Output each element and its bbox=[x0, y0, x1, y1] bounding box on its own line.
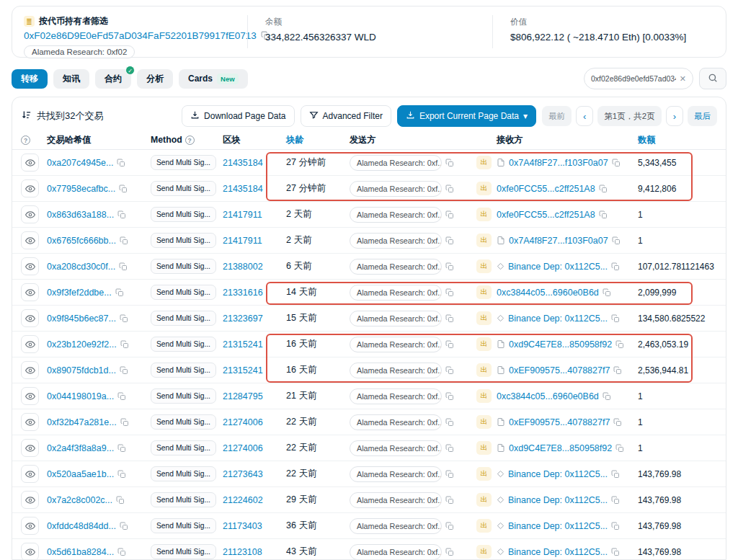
copy-from-icon[interactable] bbox=[445, 314, 454, 323]
export-page-data-button[interactable]: Export Current Page Data ▾ bbox=[397, 105, 536, 127]
tab-transfers[interactable]: 转移 bbox=[12, 69, 48, 89]
page-last-button[interactable]: 最后 bbox=[688, 106, 717, 126]
tab-analytics[interactable]: 分析 bbox=[137, 69, 173, 89]
copy-from-icon[interactable] bbox=[445, 159, 454, 167]
block-link[interactable]: 21284795 bbox=[223, 391, 263, 401]
copy-hash-icon[interactable] bbox=[120, 366, 128, 375]
method-badge[interactable]: Send Multi Sig... bbox=[151, 414, 216, 430]
view-tx-details-button[interactable] bbox=[21, 543, 39, 560]
copy-to-icon[interactable] bbox=[611, 314, 620, 323]
to-address-link[interactable]: 0xc3844c05...6960e0B6d bbox=[497, 391, 599, 401]
page-prev-button[interactable]: ‹ bbox=[576, 106, 593, 126]
tx-hash-link[interactable]: 0x044198019a... bbox=[47, 391, 114, 401]
copy-from-icon[interactable] bbox=[445, 548, 454, 556]
copy-to-icon[interactable] bbox=[611, 470, 620, 479]
view-tx-details-button[interactable] bbox=[21, 231, 39, 249]
block-link[interactable]: 21417911 bbox=[223, 210, 262, 220]
from-address-pill[interactable]: Alameda Research: 0xf... bbox=[350, 544, 442, 560]
from-address-pill[interactable]: Alameda Research: 0xf... bbox=[350, 492, 442, 508]
copy-to-icon[interactable] bbox=[611, 262, 620, 271]
block-link[interactable]: 21315241 bbox=[223, 365, 263, 375]
copy-hash-icon[interactable] bbox=[115, 288, 124, 297]
method-badge[interactable]: Send Multi Sig... bbox=[151, 155, 216, 170]
tx-hash-link[interactable]: 0xa207c4945e... bbox=[47, 158, 113, 168]
from-address-pill[interactable]: Alameda Research: 0xf... bbox=[350, 363, 442, 378]
view-tx-details-button[interactable] bbox=[21, 439, 39, 457]
view-tx-details-button[interactable] bbox=[21, 309, 39, 327]
to-address-link[interactable]: Binance Dep: 0x112C5... bbox=[508, 469, 608, 479]
copy-from-icon[interactable] bbox=[445, 444, 454, 453]
copy-from-icon[interactable] bbox=[445, 392, 454, 401]
block-link[interactable]: 21173403 bbox=[223, 521, 262, 531]
copy-to-icon[interactable] bbox=[599, 185, 608, 193]
method-badge[interactable]: Send Multi Sig... bbox=[151, 544, 216, 559]
copy-hash-icon[interactable] bbox=[119, 262, 128, 271]
method-badge[interactable]: Send Multi Sig... bbox=[151, 363, 216, 378]
block-link[interactable]: 21331616 bbox=[223, 288, 263, 298]
copy-to-icon[interactable] bbox=[612, 236, 621, 245]
method-badge[interactable]: Send Multi Sig... bbox=[151, 311, 216, 326]
tx-hash-link[interactable]: 0xfddc48d84dd... bbox=[47, 521, 116, 531]
tab-cards[interactable]: CardsNew bbox=[179, 69, 248, 89]
block-link[interactable]: 21417911 bbox=[223, 236, 262, 246]
tx-hash-link[interactable]: 0x7a2c8c002c... bbox=[47, 495, 112, 505]
to-address-link[interactable]: 0x7A4f8F27...f103F0a07 bbox=[509, 158, 608, 168]
block-link[interactable]: 21388002 bbox=[223, 262, 263, 272]
view-tx-details-button[interactable] bbox=[21, 517, 39, 535]
copy-from-icon[interactable] bbox=[445, 288, 454, 297]
method-badge[interactable]: Send Multi Sig... bbox=[151, 518, 216, 533]
to-address-link[interactable]: 0x7A4f8F27...f103F0a07 bbox=[509, 236, 608, 246]
tx-hash-link[interactable]: 0xf32b47a281e... bbox=[47, 417, 117, 427]
advanced-filter-button[interactable]: Advanced Filter bbox=[301, 105, 391, 127]
to-address-link[interactable]: Binance Dep: 0x112C5... bbox=[508, 521, 608, 531]
sort-icon[interactable] bbox=[21, 110, 32, 123]
tx-hash-link[interactable]: 0x9f845b6ec87... bbox=[47, 314, 116, 324]
tab-info[interactable]: 知讯 bbox=[53, 69, 89, 89]
tx-hash-link[interactable]: 0x77958ecafbc... bbox=[47, 184, 115, 194]
from-address-pill[interactable]: Alameda Research: 0xf... bbox=[350, 285, 442, 301]
copy-to-icon[interactable] bbox=[611, 548, 620, 556]
copy-to-icon[interactable] bbox=[612, 159, 621, 167]
copy-from-icon[interactable] bbox=[445, 340, 454, 349]
view-tx-details-button[interactable] bbox=[21, 491, 39, 509]
tab-contract[interactable]: 合约✓ bbox=[95, 69, 131, 89]
to-address-link[interactable]: Binance Dep: 0x112C5... bbox=[508, 495, 608, 505]
col-age[interactable]: 块龄 bbox=[286, 134, 350, 146]
method-badge[interactable]: Send Multi Sig... bbox=[151, 181, 216, 196]
block-link[interactable]: 21315241 bbox=[223, 339, 263, 350]
from-address-pill[interactable]: Alameda Research: 0xf... bbox=[350, 388, 442, 404]
copy-from-icon[interactable] bbox=[445, 366, 454, 375]
from-address-pill[interactable]: Alameda Research: 0xf... bbox=[350, 466, 442, 482]
method-badge[interactable]: Send Multi Sig... bbox=[151, 388, 216, 404]
copy-to-icon[interactable] bbox=[615, 444, 624, 453]
view-tx-details-button[interactable] bbox=[21, 205, 39, 223]
download-page-data-button[interactable]: Download Page Data bbox=[182, 105, 294, 127]
view-tx-details-button[interactable] bbox=[21, 413, 39, 431]
to-address-link[interactable]: Binance Dep: 0x112C5... bbox=[508, 262, 608, 272]
block-link[interactable]: 21123108 bbox=[223, 547, 262, 557]
method-badge[interactable]: Send Multi Sig... bbox=[151, 285, 216, 300]
copy-from-icon[interactable] bbox=[445, 496, 454, 505]
from-address-pill[interactable]: Alameda Research: 0xf... bbox=[350, 337, 442, 352]
view-tx-details-button[interactable] bbox=[21, 361, 39, 379]
copy-from-icon[interactable] bbox=[445, 418, 454, 427]
tx-hash-link[interactable]: 0x9f3fef2ddbe... bbox=[47, 288, 112, 298]
copy-hash-icon[interactable] bbox=[120, 314, 128, 323]
copy-from-icon[interactable] bbox=[445, 522, 454, 530]
to-address-link[interactable]: 0xfe0FCC55...c2ff251A8 bbox=[497, 184, 595, 194]
copy-to-icon[interactable] bbox=[613, 418, 622, 427]
view-tx-details-button[interactable] bbox=[21, 335, 39, 353]
tx-hash-link[interactable]: 0x863d63a188... bbox=[47, 210, 114, 220]
search-input[interactable]: 0xf02e86d9e0efd57ad034faf5... ✕ bbox=[584, 68, 693, 89]
clear-search-icon[interactable]: ✕ bbox=[680, 74, 686, 84]
copy-to-icon[interactable] bbox=[611, 522, 620, 530]
from-address-pill[interactable]: Alameda Research: 0xf... bbox=[350, 440, 442, 456]
copy-hash-icon[interactable] bbox=[117, 392, 126, 401]
tx-hash-link[interactable]: 0x89075fdcb1d... bbox=[47, 365, 116, 375]
copy-from-icon[interactable] bbox=[445, 185, 454, 193]
tx-hash-link[interactable]: 0x6765fc666bb... bbox=[47, 236, 116, 246]
copy-from-icon[interactable] bbox=[445, 262, 454, 271]
page-next-button[interactable]: › bbox=[666, 106, 683, 126]
copy-hash-icon[interactable] bbox=[120, 418, 129, 427]
copy-to-icon[interactable] bbox=[603, 392, 611, 401]
